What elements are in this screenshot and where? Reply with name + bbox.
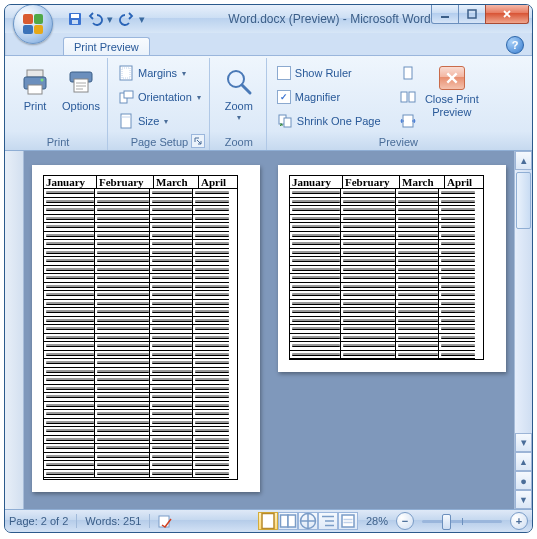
minimize-button[interactable] bbox=[431, 5, 459, 24]
scroll-up-icon[interactable]: ▴ bbox=[515, 151, 532, 170]
options-label: Options bbox=[62, 100, 100, 113]
zoom-slider[interactable] bbox=[422, 520, 502, 523]
undo-icon[interactable] bbox=[87, 11, 103, 27]
page-width-button[interactable] bbox=[397, 109, 419, 133]
table-row bbox=[44, 283, 237, 292]
svg-rect-23 bbox=[284, 118, 291, 127]
table-row bbox=[44, 410, 237, 419]
page-setup-launcher[interactable] bbox=[191, 134, 205, 148]
close-preview-button[interactable]: Close Print Preview bbox=[421, 61, 483, 133]
svg-rect-24 bbox=[404, 67, 412, 79]
page-width-icon bbox=[400, 113, 416, 129]
document-area: JanuaryFebruaryMarchApril JanuaryFebruar… bbox=[5, 151, 532, 509]
table-row bbox=[44, 266, 237, 275]
options-icon bbox=[65, 66, 97, 98]
prev-page-icon[interactable]: ▲ bbox=[515, 452, 532, 471]
zoom-out-icon[interactable]: − bbox=[396, 512, 414, 530]
table-row bbox=[44, 257, 237, 266]
ribbon: Print Options Print Margins▾ bbox=[5, 55, 532, 151]
orientation-label: Orientation bbox=[138, 91, 192, 103]
scroll-thumb[interactable] bbox=[516, 172, 531, 229]
orientation-button[interactable]: Orientation▾ bbox=[114, 85, 205, 109]
table-row bbox=[44, 427, 237, 436]
zoom-button[interactable]: Zoom ▾ bbox=[216, 61, 262, 133]
table-row bbox=[290, 351, 483, 360]
two-pages-button[interactable] bbox=[397, 85, 419, 109]
table-row bbox=[44, 351, 237, 360]
vertical-scrollbar[interactable]: ▴ ▾ ▲ ● ▼ bbox=[514, 151, 532, 509]
maximize-button[interactable] bbox=[458, 5, 486, 24]
table-row bbox=[44, 419, 237, 428]
table-row bbox=[44, 334, 237, 343]
table-row bbox=[290, 283, 483, 292]
group-page-setup-label: Page Setup bbox=[131, 136, 189, 148]
svg-rect-36 bbox=[342, 515, 354, 527]
shrink-label: Shrink One Page bbox=[297, 115, 381, 127]
two-pages-icon bbox=[400, 89, 416, 105]
table-row bbox=[290, 249, 483, 258]
margins-button[interactable]: Margins▾ bbox=[114, 61, 205, 85]
table-row bbox=[44, 453, 237, 462]
close-window-button[interactable] bbox=[485, 5, 529, 24]
view-buttons bbox=[258, 512, 358, 530]
print-layout-view-icon[interactable] bbox=[258, 512, 278, 530]
page-2: JanuaryFebruaryMarchApril bbox=[278, 165, 506, 372]
svg-rect-25 bbox=[401, 92, 407, 102]
table-header-cell: March bbox=[399, 175, 444, 189]
tab-print-preview[interactable]: Print Preview bbox=[63, 37, 150, 55]
svg-point-8 bbox=[41, 79, 44, 82]
page-indicator[interactable]: Page: 2 of 2 bbox=[9, 515, 68, 527]
size-icon bbox=[118, 113, 134, 129]
svg-rect-2 bbox=[72, 20, 78, 24]
word-count[interactable]: Words: 251 bbox=[85, 515, 141, 527]
outline-view-icon[interactable] bbox=[318, 512, 338, 530]
web-layout-icon[interactable] bbox=[298, 512, 318, 530]
redo-icon[interactable] bbox=[119, 11, 135, 27]
table-header-cell: March bbox=[153, 175, 198, 189]
zoom-label: Zoom bbox=[225, 100, 253, 113]
status-bar: Page: 2 of 2 Words: 251 28% − + bbox=[5, 509, 532, 532]
select-browse-object-icon[interactable]: ● bbox=[515, 471, 532, 490]
table-row bbox=[290, 334, 483, 343]
table-header-cell: April bbox=[198, 175, 238, 189]
qat-customize-icon[interactable]: ▾ bbox=[139, 13, 147, 26]
proofing-icon[interactable] bbox=[158, 514, 172, 528]
magnifier-checkbox[interactable]: Magnifier bbox=[273, 85, 395, 109]
table-row bbox=[44, 325, 237, 334]
scroll-track[interactable] bbox=[515, 170, 532, 433]
zoom-in-icon[interactable]: + bbox=[510, 512, 528, 530]
undo-dropdown-icon[interactable]: ▾ bbox=[107, 13, 115, 26]
shrink-one-page-button[interactable]: Shrink One Page bbox=[273, 109, 395, 133]
table-row bbox=[44, 402, 237, 411]
print-button[interactable]: Print bbox=[13, 61, 57, 133]
table-row bbox=[44, 274, 237, 283]
table-row bbox=[44, 393, 237, 402]
one-page-icon bbox=[400, 65, 416, 81]
print-label: Print bbox=[24, 100, 47, 113]
group-print-label: Print bbox=[13, 135, 103, 150]
next-page-icon[interactable]: ▼ bbox=[515, 490, 532, 509]
group-zoom: Zoom ▾ Zoom bbox=[212, 58, 267, 150]
svg-rect-17 bbox=[124, 91, 133, 98]
save-icon[interactable] bbox=[67, 11, 83, 27]
margins-label: Margins bbox=[138, 67, 177, 79]
zoom-level[interactable]: 28% bbox=[366, 515, 388, 527]
table-row bbox=[290, 223, 483, 232]
options-button[interactable]: Options bbox=[59, 61, 103, 133]
printer-icon bbox=[19, 66, 51, 98]
scroll-down-icon[interactable]: ▾ bbox=[515, 433, 532, 452]
full-screen-reading-icon[interactable] bbox=[278, 512, 298, 530]
svg-rect-26 bbox=[409, 92, 415, 102]
pages-viewport[interactable]: JanuaryFebruaryMarchApril JanuaryFebruar… bbox=[24, 151, 514, 509]
table-row bbox=[44, 342, 237, 351]
draft-view-icon[interactable] bbox=[338, 512, 358, 530]
table-row bbox=[44, 223, 237, 232]
zoom-slider-thumb[interactable] bbox=[442, 514, 451, 530]
help-icon[interactable]: ? bbox=[506, 36, 524, 54]
table-row bbox=[290, 206, 483, 215]
svg-rect-28 bbox=[159, 516, 169, 527]
one-page-button[interactable] bbox=[397, 61, 419, 85]
show-ruler-checkbox[interactable]: Show Ruler bbox=[273, 61, 395, 85]
size-button[interactable]: Size▾ bbox=[114, 109, 205, 133]
group-print: Print Options Print bbox=[9, 58, 108, 150]
